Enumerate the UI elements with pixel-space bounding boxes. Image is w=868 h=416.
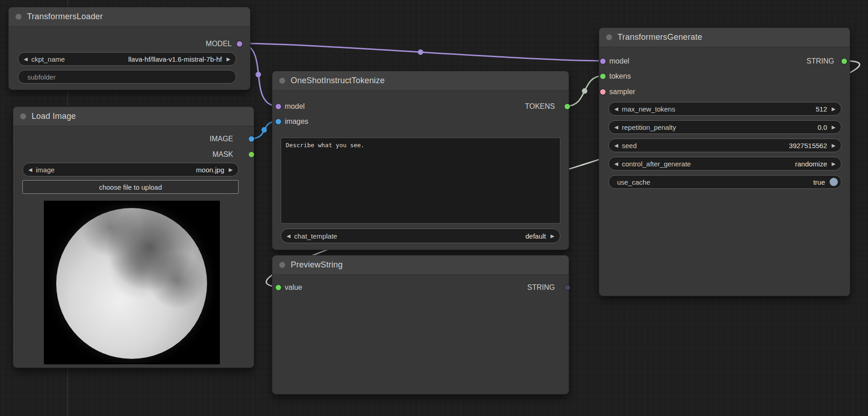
widget-value: randomize [795,160,827,168]
port-image-output[interactable] [249,136,254,142]
node-status-dot[interactable] [16,14,21,20]
arrow-left-icon[interactable]: ◀ [24,57,27,62]
node-one-shot-instruct-tokenize[interactable]: OneShotInstructTokenize model images TOK… [272,71,569,250]
widget-value: 512 [816,105,827,113]
arrow-right-icon[interactable]: ▶ [832,107,836,112]
node-status-dot[interactable] [279,262,285,268]
choose-file-to-upload-button[interactable]: choose file to upload [22,180,239,194]
node-title: OneShotInstructTokenize [291,76,385,85]
node-title: Load Image [32,112,76,121]
widget-value: moon.jpg [196,166,224,174]
port-sampler-input[interactable] [600,89,606,95]
node-load-image[interactable]: Load Image IMAGE MASK ◀ image moon.jpg ▶… [13,107,254,368]
widget-label: control_after_generate [622,160,691,168]
arrow-left-icon[interactable]: ◀ [614,143,618,148]
node-transformers-loader[interactable]: TransformersLoader MODEL ◀ ckpt_name lla… [8,7,250,90]
widget-subfolder-text-input[interactable]: subfolder [18,70,236,84]
arrow-right-icon[interactable]: ▶ [832,125,836,130]
widget-value: llava-hf/llava-v1.6-mistral-7b-hf [128,55,222,63]
port-label-value-input: value [285,283,302,292]
port-label-image-output: IMAGE [209,134,233,144]
node-title-bar[interactable]: PreviewString [272,256,569,275]
node-status-dot[interactable] [279,78,285,84]
widget-label: subfolder [27,73,56,81]
widget-value: default [525,232,546,240]
arrow-left-icon[interactable]: ◀ [614,125,618,130]
arrow-right-icon[interactable]: ▶ [832,143,836,148]
widget-label: seed [622,142,637,149]
node-title-bar[interactable]: Load Image [13,107,254,126]
widget-label: image [36,166,54,174]
widget-label: chat_template [294,232,337,240]
node-status-dot[interactable] [20,113,26,119]
arrow-right-icon[interactable]: ▶ [551,234,554,239]
port-label-model-input: model [609,57,629,66]
widget-control-after-generate[interactable]: ◀ control_after_generate randomize ▶ [608,157,841,171]
port-label-tokens-input: tokens [609,72,631,81]
port-string-output[interactable] [564,285,570,290]
widget-image-combo[interactable]: ◀ image moon.jpg ▶ [22,163,239,176]
widget-use-cache-toggle[interactable]: use_cache true [608,175,841,189]
node-title: TransformersGenerate [618,32,702,42]
port-model-input[interactable] [276,104,281,109]
image-preview-frame [44,201,220,364]
arrow-right-icon[interactable]: ▶ [229,167,233,172]
port-mask-output[interactable] [249,152,254,157]
widget-label: repetition_penalty [622,123,676,131]
port-label-mask-output: MASK [213,150,233,159]
arrow-right-icon[interactable]: ▶ [227,57,230,62]
port-label-sampler-input: sampler [609,87,635,96]
arrow-left-icon[interactable]: ◀ [28,167,32,172]
port-model-input[interactable] [600,59,606,64]
widget-label: ckpt_name [31,55,64,63]
widget-value: true [813,178,825,186]
node-title: PreviewString [291,260,343,270]
port-label-images-input: images [285,117,309,126]
arrow-left-icon[interactable]: ◀ [614,161,618,166]
prompt-textarea[interactable]: Describe what you see. [281,138,560,224]
port-images-input[interactable] [276,119,281,124]
port-label-tokens-output: TOKENS [525,102,555,111]
toggle-knob-icon[interactable] [830,178,838,186]
widget-max-new-tokens[interactable]: ◀ max_new_tokens 512 ▶ [608,102,841,116]
wire-midpoint-dot [256,72,261,77]
arrow-left-icon[interactable]: ◀ [614,107,618,112]
widget-ckpt-name[interactable]: ◀ ckpt_name llava-hf/llava-v1.6-mistral-… [18,52,236,66]
port-tokens-output[interactable] [564,104,570,109]
port-label-string-output: STRING [527,283,555,292]
port-label-model-output: MODEL [206,39,232,48]
moon-image-preview [56,208,207,359]
node-title-bar[interactable]: TransformersGenerate [599,28,850,47]
arrow-right-icon[interactable]: ▶ [832,161,836,166]
port-string-output[interactable] [841,59,847,64]
wire-midpoint-dot [261,127,267,133]
port-value-input[interactable] [276,285,281,290]
widget-value: 3927515562 [789,142,827,149]
node-preview-string[interactable]: PreviewString value STRING [272,255,569,395]
widget-repetition-penalty[interactable]: ◀ repetition_penalty 0.0 ▶ [608,120,841,134]
port-tokens-input[interactable] [600,74,606,79]
port-label-string-output: STRING [807,57,834,66]
node-status-dot[interactable] [606,34,612,40]
node-title: TransformersLoader [27,12,103,21]
widget-label: max_new_tokens [622,105,675,113]
widget-seed[interactable]: ◀ seed 3927515562 ▶ [608,139,841,152]
widget-label: use_cache [617,178,650,186]
port-label-model-input: model [285,102,305,111]
graph-canvas[interactable]: TransformersLoader MODEL ◀ ckpt_name lla… [0,0,868,416]
node-title-bar[interactable]: OneShotInstructTokenize [272,71,569,91]
arrow-left-icon[interactable]: ◀ [287,234,290,239]
node-transformers-generate[interactable]: TransformersGenerate model tokens sample… [599,27,850,296]
port-model-output[interactable] [237,41,242,47]
node-title-bar[interactable]: TransformersLoader [9,7,250,27]
widget-chat-template[interactable]: ◀ chat_template default ▶ [281,229,560,243]
wire-midpoint-dot [418,49,423,55]
widget-value: 0.0 [818,123,827,131]
wire-midpoint-dot [582,88,587,94]
